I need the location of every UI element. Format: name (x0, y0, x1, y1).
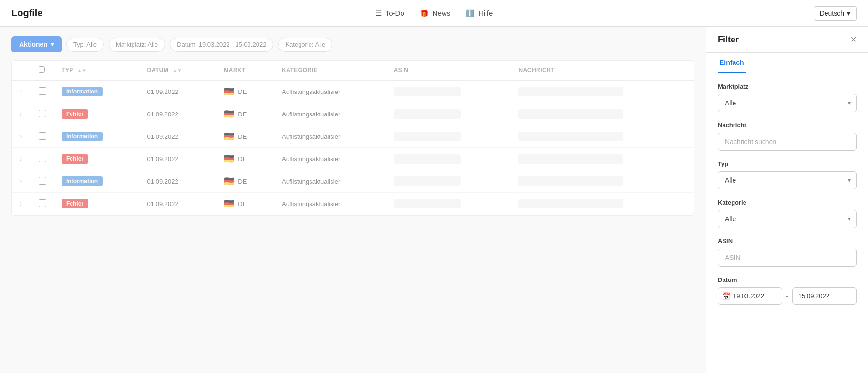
nachricht-cell (511, 170, 694, 193)
filter-datum-chip[interactable]: Datum: 19.03.2022 - 15.09.2022 (170, 38, 273, 52)
filter-kategorie-chip[interactable]: Kategorie: Alle (278, 38, 332, 52)
checkbox-cell[interactable] (31, 103, 54, 125)
filter-nachricht-field: Nachricht (718, 122, 857, 151)
col-asin: ASIN (386, 61, 511, 80)
checkbox-cell[interactable] (31, 125, 54, 148)
marktplatz-select-wrap: Alle ▾ (718, 94, 857, 112)
nachricht-cell (511, 125, 694, 148)
typ-badge: Information (62, 132, 103, 141)
asin-cell (386, 103, 511, 125)
todo-icon: ☰ (375, 9, 382, 18)
nav-news-label: News (433, 9, 451, 17)
row-checkbox[interactable] (39, 87, 46, 95)
markt-cell: 🇩🇪DE (216, 125, 274, 148)
date-from-input[interactable] (731, 289, 778, 303)
calendar-icon: 📅 (722, 292, 730, 300)
markt-cell: 🇩🇪DE (216, 170, 274, 193)
filter-typ-chip[interactable]: Typ: Alle (66, 38, 104, 52)
typ-badge: Information (62, 87, 103, 96)
expand-cell[interactable]: › (12, 125, 31, 148)
kategorie-cell: Auflistungsaktualisier (274, 80, 386, 103)
filter-title: Filter (718, 35, 739, 45)
nav-todo[interactable]: ☰ To-Do (375, 9, 404, 18)
checkbox-cell[interactable] (31, 170, 54, 193)
filter-asin-field: ASIN (718, 238, 857, 267)
marktplatz-select[interactable]: Alle (718, 94, 857, 112)
nav-hilfe[interactable]: ℹ️ Hilfe (465, 9, 493, 18)
datum-cell: 01.09.2022 (140, 170, 217, 193)
filter-close-button[interactable]: × (850, 34, 857, 45)
typ-cell: Information (54, 170, 140, 193)
table-row: › Fehler 01.09.2022 🇩🇪DE Auflistungsaktu… (12, 103, 694, 125)
select-all-checkbox[interactable] (39, 66, 45, 73)
col-expand (12, 61, 31, 80)
row-checkbox[interactable] (39, 199, 46, 207)
expand-cell[interactable]: › (12, 80, 31, 103)
datum-cell: 01.09.2022 (140, 148, 217, 170)
markt-code: DE (238, 155, 247, 163)
markt-cell: 🇩🇪DE (216, 193, 274, 215)
nav-todo-label: To-Do (385, 9, 404, 17)
markt-cell: 🇩🇪DE (216, 80, 274, 103)
toolbar: Aktionen ▾ Typ: Alle Marktplatz: Alle Da… (11, 36, 694, 52)
col-datum[interactable]: DATUM ▲▼ (140, 61, 217, 80)
typ-label: Typ (718, 160, 857, 167)
asin-cell (386, 193, 511, 215)
row-checkbox[interactable] (39, 132, 46, 140)
expand-cell[interactable]: › (12, 148, 31, 170)
table-row: › Fehler 01.09.2022 🇩🇪DE Auflistungsaktu… (12, 193, 694, 215)
kategorie-label: Kategorie (718, 199, 857, 206)
date-to-input[interactable] (796, 289, 852, 303)
nachricht-cell (511, 80, 694, 103)
asin-input[interactable] (718, 249, 857, 267)
nav-news[interactable]: 🎁 News (420, 9, 451, 18)
datum-sort-icon: ▲▼ (172, 68, 182, 73)
checkbox-cell[interactable] (31, 193, 54, 215)
markt-cell: 🇩🇪DE (216, 103, 274, 125)
info-icon: ℹ️ (465, 9, 475, 18)
typ-cell: Information (54, 80, 140, 103)
expand-cell[interactable]: › (12, 103, 31, 125)
content-area: Aktionen ▾ Typ: Alle Marktplatz: Alle Da… (0, 27, 706, 373)
typ-cell: Fehler (54, 148, 140, 170)
checkbox-cell[interactable] (31, 80, 54, 103)
asin-cell (386, 125, 511, 148)
row-checkbox[interactable] (39, 110, 46, 117)
row-checkbox[interactable] (39, 177, 46, 185)
nachricht-input[interactable] (718, 133, 857, 151)
date-range-wrapper: 📅 - (718, 287, 857, 305)
marktplatz-label: Marktplatz (718, 83, 857, 90)
typ-badge: Fehler (62, 199, 88, 208)
expand-cell[interactable]: › (12, 193, 31, 215)
chevron-down-icon: ▾ (51, 41, 54, 48)
aktionen-button[interactable]: Aktionen ▾ (11, 36, 62, 52)
filter-panel: Filter × Einfach Marktplatz Alle ▾ Nachr… (706, 27, 868, 373)
nav-center: ☰ To-Do 🎁 News ℹ️ Hilfe (375, 9, 493, 18)
filter-header: Filter × (706, 27, 868, 53)
typ-select[interactable]: Alle (718, 171, 857, 189)
table-header-row: TYP ▲▼ DATUM ▲▼ MARKT KATEGORIE ASIN NAC… (12, 61, 694, 80)
datum-cell: 01.09.2022 (140, 125, 217, 148)
filter-marktplatz-chip[interactable]: Marktplatz: Alle (109, 38, 165, 52)
tab-einfach[interactable]: Einfach (718, 53, 746, 73)
date-to-wrap (792, 287, 857, 305)
checkbox-cell[interactable] (31, 148, 54, 170)
col-typ[interactable]: TYP ▲▼ (54, 61, 140, 80)
typ-cell: Fehler (54, 193, 140, 215)
language-selector[interactable]: Deutsch ▾ (814, 6, 857, 21)
chevron-down-icon: ▾ (847, 10, 850, 17)
kategorie-select[interactable]: Alle (718, 210, 857, 228)
asin-cell (386, 170, 511, 193)
table-row: › Information 01.09.2022 🇩🇪DE Auflistung… (12, 80, 694, 103)
main-area: Aktionen ▾ Typ: Alle Marktplatz: Alle Da… (0, 27, 868, 373)
markt-code: DE (238, 133, 247, 140)
expand-cell[interactable]: › (12, 170, 31, 193)
datum-cell: 01.09.2022 (140, 103, 217, 125)
typ-badge: Fehler (62, 109, 88, 119)
row-checkbox[interactable] (39, 155, 46, 162)
flag-icon: 🇩🇪 (224, 131, 234, 142)
typ-sort-icon: ▲▼ (77, 68, 87, 73)
filter-datum-field: Datum 📅 - (718, 276, 857, 305)
asin-cell (386, 80, 511, 103)
typ-cell: Fehler (54, 103, 140, 125)
